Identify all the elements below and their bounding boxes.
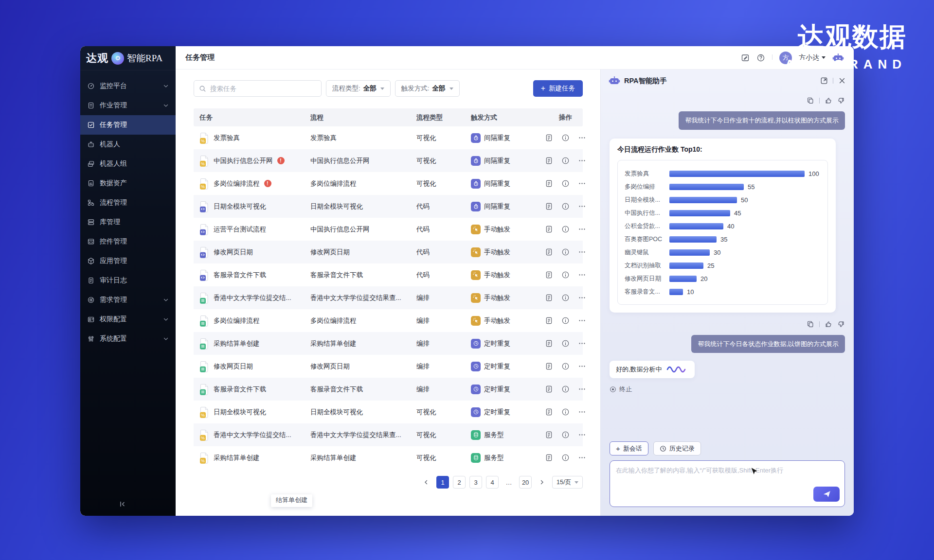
table-row[interactable]: 香港中文大学学位提交结...香港中文大学学位提交结果查...编排手动触发 [194,286,583,309]
copy-icon[interactable] [807,97,814,105]
table-row[interactable]: %香港中文大学学位提交结...香港中文大学学位提交结果查...可视化服务型 [194,423,583,446]
table-row[interactable]: 多岗位编排流程多岗位编排流程编排手动触发 [194,309,583,332]
more-icon[interactable] [578,179,586,188]
chat-input-box[interactable] [610,460,845,507]
table-row[interactable]: 修改网页日期修改网页日期编排定时重复 [194,355,583,378]
info-icon[interactable] [561,431,570,439]
log-icon[interactable] [545,294,553,302]
sidebar-item-apps[interactable]: 应用管理 [80,251,176,271]
info-icon[interactable] [561,408,570,416]
more-icon[interactable] [578,271,586,279]
log-icon[interactable] [545,179,553,188]
sidebar-item-monitor[interactable]: 监控平台 [80,76,176,96]
info-icon[interactable] [561,294,570,302]
info-icon[interactable] [561,454,570,462]
history-button[interactable]: 历史记录 [653,441,701,455]
log-icon[interactable] [545,225,553,233]
info-icon[interactable] [561,225,570,233]
sidebar-item-widgets[interactable]: 控件管理 [80,232,176,251]
search-box[interactable] [194,80,322,97]
table-row[interactable]: %多岗位编排流程!多岗位编排流程可视化间隔重复 [194,172,583,195]
search-input[interactable] [210,85,307,92]
page-button[interactable]: 2 [453,476,466,489]
info-icon[interactable] [561,362,570,370]
stop-button[interactable]: 终止 [610,385,845,394]
table-row[interactable]: 日期全模块可视化日期全模块可视化代码间隔重复 [194,195,583,218]
thumbs-up-icon[interactable] [825,320,832,328]
log-icon[interactable] [545,157,553,165]
table-row[interactable]: 客服录音文件下载客服录音文件下载编排定时重复 [194,378,583,401]
more-icon[interactable] [578,248,586,256]
thumbs-down-icon[interactable] [837,97,845,105]
info-icon[interactable] [561,179,570,188]
more-icon[interactable] [578,362,586,370]
log-icon[interactable] [545,316,553,325]
info-icon[interactable] [561,271,570,279]
log-icon[interactable] [545,134,553,142]
log-icon[interactable] [545,362,553,370]
more-icon[interactable] [578,339,586,348]
sidebar-item-demand[interactable]: 需求管理 [80,290,176,310]
info-icon[interactable] [561,316,570,325]
send-button[interactable] [813,487,840,502]
close-icon[interactable] [838,77,846,85]
sidebar-item-data-asset[interactable]: 数据资产 [80,174,176,193]
sidebar-item-flow[interactable]: 流程管理 [80,193,176,212]
log-icon[interactable] [545,248,553,256]
log-icon[interactable] [545,202,553,210]
log-icon[interactable] [545,454,553,462]
table-row[interactable]: 修改网页日期修改网页日期代码手动触发 [194,241,583,263]
copy-icon[interactable] [807,320,814,328]
log-icon[interactable] [545,339,553,348]
table-row[interactable]: %采购结算单创建采购结算单创建可视化服务型 [194,446,583,469]
info-icon[interactable] [561,157,570,165]
sidebar-item-robot-group[interactable]: 机器人组 [80,154,176,174]
info-icon[interactable] [561,202,570,210]
thumbs-up-icon[interactable] [825,97,832,105]
page-button[interactable]: 20 [519,476,532,489]
page-button[interactable]: 4 [486,476,499,489]
page-button[interactable]: 3 [469,476,482,489]
more-icon[interactable] [578,202,586,210]
expand-icon[interactable] [820,77,828,85]
help-icon[interactable] [756,53,765,62]
sidebar-item-robot[interactable]: 机器人 [80,135,176,154]
more-icon[interactable] [578,157,586,165]
more-icon[interactable] [578,225,586,233]
table-row[interactable]: 采购结算单创建采购结算单创建编排定时重复 [194,332,583,355]
more-icon[interactable] [578,454,586,462]
more-icon[interactable] [578,408,586,416]
table-row[interactable]: 运营平台测试流程中国执行信息公开网代码手动触发 [194,218,583,241]
sidebar-item-system[interactable]: 系统配置 [80,329,176,349]
info-icon[interactable] [561,385,570,393]
more-icon[interactable] [578,385,586,393]
log-icon[interactable] [545,431,553,439]
table-row[interactable]: %中国执行信息公开网!中国执行信息公开网可视化间隔重复 [194,149,583,172]
log-icon[interactable] [545,408,553,416]
info-icon[interactable] [561,134,570,142]
info-icon[interactable] [561,248,570,256]
more-icon[interactable] [578,294,586,302]
more-icon[interactable] [578,134,586,142]
more-icon[interactable] [578,431,586,439]
log-icon[interactable] [545,385,553,393]
table-row[interactable]: %发票验真发票验真可视化间隔重复 [194,126,583,149]
more-icon[interactable] [578,316,586,325]
sidebar-item-audit[interactable]: 审计日志 [80,271,176,290]
log-icon[interactable] [545,271,553,279]
prev-page-icon[interactable] [420,476,432,489]
new-task-button[interactable]: + 新建任务 [533,80,583,97]
next-page-icon[interactable] [536,476,548,489]
table-row[interactable]: %日期全模块可视化日期全模块可视化可视化定时重复 [194,401,583,423]
info-icon[interactable] [561,339,570,348]
sidebar-item-library[interactable]: 库管理 [80,212,176,232]
filter-trigger-type[interactable]: 触发方式: 全部 [395,80,460,97]
thumbs-down-icon[interactable] [837,320,845,328]
sidebar-item-permission[interactable]: 权限配置 [80,310,176,329]
chat-input[interactable] [616,466,839,490]
page-size-select[interactable]: 15/页 [552,476,583,489]
release-note-icon[interactable] [741,53,750,62]
sidebar-item-tasks[interactable]: 任务管理 [80,115,176,135]
page-button[interactable]: 1 [436,476,449,489]
sidebar-collapse-icon[interactable] [118,500,126,510]
